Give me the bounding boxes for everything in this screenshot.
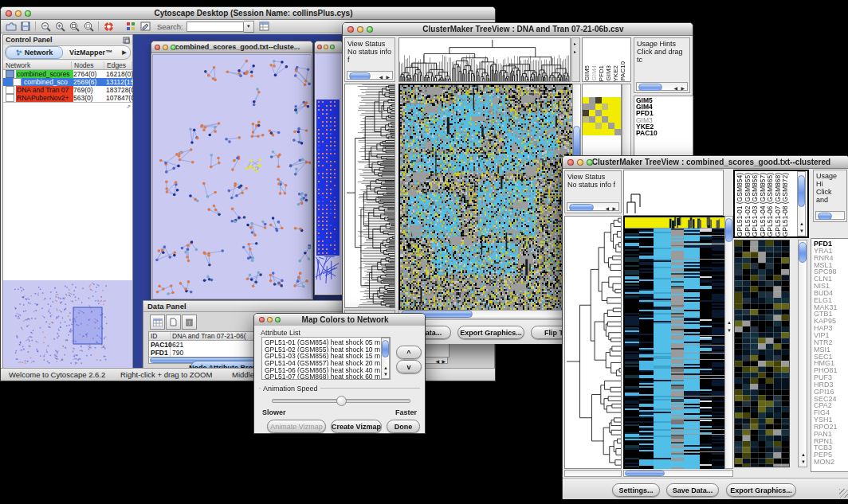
attribute-list-label: Attribute List: [261, 329, 300, 337]
settings-button[interactable]: Settings...: [612, 483, 660, 497]
close-icon[interactable]: [155, 45, 160, 50]
attribute-list-item[interactable]: GPL51-04 (GSM857) heat shock 20 min: [265, 359, 380, 366]
zoom-window-icon[interactable]: [275, 317, 281, 322]
network-canvas-2[interactable]: [315, 53, 341, 294]
attribute-list-item[interactable]: GPL51-03 (GSM856) heat shock 15 min: [265, 352, 380, 359]
attribute-list-vscrollbar[interactable]: ▲▼: [381, 338, 390, 379]
close-icon[interactable]: [317, 45, 322, 49]
zoom-window-icon[interactable]: [330, 45, 335, 49]
close-icon[interactable]: [259, 317, 265, 322]
annotation-icon[interactable]: [138, 21, 152, 33]
close-icon[interactable]: [347, 26, 354, 33]
tab-vizmapper[interactable]: VizMapper™: [63, 47, 119, 58]
birds-eye-overview[interactable]: [3, 280, 132, 368]
zoom-window-icon[interactable]: [367, 26, 373, 33]
done-button[interactable]: Done: [387, 420, 420, 433]
import-table-icon[interactable]: [257, 21, 272, 33]
window-controls: [6, 10, 31, 17]
network-view-title: combined_scores_good.txt--cluste...: [166, 43, 309, 51]
tv2-zoom-vscrollbar[interactable]: ▲▼: [798, 240, 807, 467]
export-graphics-button[interactable]: Export Graphics...: [726, 483, 796, 497]
zoom-selected-icon[interactable]: [81, 21, 96, 33]
attribute-list-item[interactable]: GPL51-06 (GSM865) heat shock 40 min: [265, 366, 380, 373]
tv2-heatmap-hscrollbar[interactable]: [623, 470, 733, 477]
resize-handle-icon[interactable]: ⇗: [126, 104, 131, 110]
network-table-row[interactable]: RNAPuberNov2+ 563(0) 107847(0): [3, 94, 132, 102]
minimize-icon[interactable]: [267, 317, 273, 322]
tv1-column-dendrogram[interactable]: [398, 37, 571, 82]
open-folder-icon[interactable]: [4, 21, 18, 33]
network-table-row[interactable]: combined_scores 2764(0) 16218(0): [3, 70, 132, 78]
attribute-table-icon[interactable]: [150, 315, 165, 330]
save-icon[interactable]: [18, 21, 33, 33]
network-nodes-count: 2764(0): [73, 70, 106, 78]
network-table-row[interactable]: combined_sco 2569(6) 13112(15): [3, 78, 132, 86]
help-icon[interactable]: [101, 21, 116, 33]
minimize-icon[interactable]: [15, 10, 22, 17]
close-icon[interactable]: [6, 10, 12, 17]
attribute-list-item[interactable]: GPL51-07 (GSM868) heat shock 60 min: [265, 373, 380, 380]
zoom-window-icon[interactable]: [171, 45, 176, 50]
tv1-heatmap[interactable]: [398, 84, 572, 310]
delete-attribute-icon[interactable]: [182, 315, 197, 330]
tab-network[interactable]: Network: [6, 46, 63, 59]
minimize-icon[interactable]: [163, 45, 168, 50]
move-down-button[interactable]: v: [396, 360, 422, 373]
attribute-list-item[interactable]: GPL51-02 (GSM855) heat shock 10 min: [265, 346, 380, 353]
view-status-label: View Status: [567, 173, 618, 181]
zoom-in-icon[interactable]: [53, 21, 67, 33]
view-status-scrollbar[interactable]: [567, 202, 619, 211]
dialog-titlebar[interactable]: Map Colors to Network: [254, 314, 425, 326]
more-tabs-button[interactable]: ▶: [119, 49, 130, 56]
float-panel-icon[interactable]: [123, 37, 130, 44]
tv2-heatmap[interactable]: [623, 216, 724, 469]
main-titlebar[interactable]: Cytoscape Desktop (Session Name: collins…: [1, 7, 495, 20]
tv2-column-dendrogram[interactable]: [623, 170, 724, 216]
tv2-dendro-hscrollbar[interactable]: [564, 470, 622, 477]
new-attribute-icon[interactable]: [166, 315, 181, 330]
close-icon[interactable]: [567, 159, 574, 166]
attribute-list-item[interactable]: GPL51-01 (GSM854) heat shock 05 min: [265, 338, 380, 346]
resize-grip[interactable]: [839, 489, 848, 498]
create-vizmap-button[interactable]: Create Vizmap: [331, 420, 382, 433]
tv1-row-dendrogram[interactable]: [344, 84, 395, 308]
network-file-icon: [6, 70, 14, 78]
save-data-button[interactable]: Save Data...: [666, 483, 719, 497]
network-table-row[interactable]: DNA and Tran 07 769(0) 183728(0): [3, 86, 132, 94]
usage-hints-scrollbar[interactable]: [815, 211, 845, 220]
slider-thumb[interactable]: [336, 396, 347, 406]
network-canvas[interactable]: [152, 54, 312, 299]
usage-hints-label: Usage Hi: [816, 172, 844, 188]
tv2-column-labels-vscrollbar[interactable]: ▲▼: [797, 171, 806, 236]
export-graphics-button[interactable]: Export Graphics...: [457, 326, 524, 339]
tv1-heatmap-hscrollbar[interactable]: ◀▶: [398, 310, 581, 318]
network-nodes-count: 563(0): [73, 94, 106, 102]
tv2-zoom-heatmap[interactable]: [734, 240, 790, 467]
usage-hints-scrollbar[interactable]: [636, 82, 688, 91]
tv2-gene-list[interactable]: PFD1YRA1RNR4MSL1SPC98CLN1NIS1BUD4ELG1MAK…: [811, 238, 848, 472]
vizmapper-icon[interactable]: [124, 21, 138, 33]
zoom-window-icon[interactable]: [587, 159, 593, 166]
search-dropdown-button[interactable]: ▼: [244, 21, 254, 33]
network-view-2-titlebar[interactable]: [315, 41, 343, 53]
attribute-list[interactable]: GPL51-01 (GSM854) heat shock 05 minGPL51…: [261, 337, 391, 380]
search-input[interactable]: [186, 21, 244, 32]
zoom-out-icon[interactable]: [38, 21, 53, 33]
network-view-titlebar[interactable]: combined_scores_good.txt--cluste...: [151, 41, 312, 53]
tv2-titlebar[interactable]: ClusterMaker TreeView : combined_scores_…: [563, 156, 848, 169]
tv2-row-dendrogram[interactable]: [564, 216, 622, 469]
tv1-summary-heatmap[interactable]: [583, 97, 621, 135]
minimize-icon[interactable]: [324, 45, 328, 49]
zoom-window-icon[interactable]: [25, 10, 31, 17]
move-up-button[interactable]: ^: [396, 346, 422, 359]
column-label: GPL51-08 (GSM872): [782, 173, 790, 236]
minimize-icon[interactable]: [357, 26, 363, 33]
tv2-heatmap-vscrollbar[interactable]: ▲▼: [724, 216, 733, 469]
network-tree-area[interactable]: ⇗: [3, 102, 132, 280]
view-status-scrollbar[interactable]: [347, 71, 393, 80]
tv1-titlebar[interactable]: ClusterMaker TreeView : DNA and Tran 07-…: [343, 23, 693, 36]
minimize-icon[interactable]: [577, 159, 583, 166]
zoom-fit-icon[interactable]: [67, 21, 81, 33]
desktop: Cytoscape Desktop (Session Name: collins…: [0, 0, 848, 504]
animate-vizmap-button[interactable]: Animate Vizmap: [267, 420, 326, 433]
